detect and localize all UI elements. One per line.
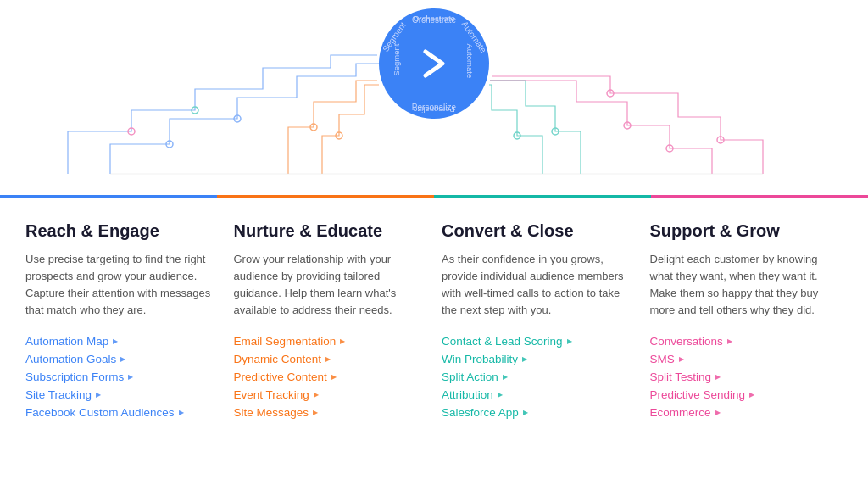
link-predictive-sending[interactable]: Predictive Sending <box>650 388 843 401</box>
reach-links: Automation Map Automation Goals Subscrip… <box>25 335 219 419</box>
divider-support <box>651 195 868 198</box>
link-email-segmentation[interactable]: Email Segmentation <box>234 335 427 348</box>
link-facebook-audiences[interactable]: Facebook Custom Audiences <box>25 406 219 419</box>
divider-reach <box>0 195 217 198</box>
divider-convert <box>434 195 651 198</box>
content-columns: Reach & Engage Use precise targeting to … <box>0 198 868 444</box>
link-split-action[interactable]: Split Action <box>442 371 635 383</box>
center-circle: Segment Orchestrate Automate Personalize <box>379 8 489 119</box>
label-automate: Automate <box>460 20 489 54</box>
convert-desc: As their confidence in you grows, provid… <box>442 251 635 320</box>
link-automation-map[interactable]: Automation Map <box>25 335 219 348</box>
diagram-area: Segment Orchestrate Automate Personalize… <box>0 0 868 195</box>
svg-point-7 <box>552 128 559 135</box>
nurture-links: Email Segmentation Dynamic Content Predi… <box>234 335 427 419</box>
svg-point-5 <box>310 124 317 131</box>
support-links: Conversations SMS Split Testing Predicti… <box>650 335 843 419</box>
chevron-icon <box>415 45 453 82</box>
link-attribution[interactable]: Attribution <box>442 388 635 401</box>
link-event-tracking[interactable]: Event Tracking <box>234 388 427 401</box>
svg-point-8 <box>666 145 673 152</box>
svg-point-4 <box>336 132 342 139</box>
support-desc: Delight each customer by knowing what th… <box>650 251 843 320</box>
link-conversations[interactable]: Conversations <box>650 335 843 348</box>
link-ecommerce[interactable]: Ecommerce <box>650 406 843 419</box>
svg-point-2 <box>128 128 135 135</box>
reach-desc: Use precise targeting to find the right … <box>25 251 219 320</box>
column-reach: Reach & Engage Use precise targeting to … <box>25 221 234 419</box>
svg-point-0 <box>166 141 173 148</box>
column-convert: Convert & Close As their confidence in y… <box>442 221 650 419</box>
page-wrapper: Segment Orchestrate Automate Personalize… <box>0 0 868 444</box>
divider-nurture <box>217 195 434 198</box>
svg-point-1 <box>234 115 241 122</box>
svg-point-9 <box>717 137 724 143</box>
link-predictive-content[interactable]: Predictive Content <box>234 371 427 383</box>
column-nurture: Nurture & Educate Grow your relationship… <box>234 221 442 419</box>
label-segment: Segment <box>381 20 408 53</box>
support-title: Support & Grow <box>650 221 843 241</box>
svg-point-6 <box>514 132 520 139</box>
svg-point-3 <box>192 107 198 114</box>
label-orchestrate: Orchestrate <box>412 15 456 25</box>
link-win-probability[interactable]: Win Probability <box>442 353 635 365</box>
nurture-title: Nurture & Educate <box>234 221 427 241</box>
svg-point-10 <box>624 122 631 129</box>
label-personalize: Personalize <box>412 103 456 112</box>
link-subscription-forms[interactable]: Subscription Forms <box>25 371 219 383</box>
link-dynamic-content[interactable]: Dynamic Content <box>234 353 427 365</box>
link-split-testing[interactable]: Split Testing <box>650 371 843 383</box>
column-support: Support & Grow Delight each customer by … <box>650 221 843 419</box>
link-site-messages[interactable]: Site Messages <box>234 406 427 419</box>
svg-point-11 <box>607 90 614 97</box>
reach-title: Reach & Engage <box>25 221 219 241</box>
convert-title: Convert & Close <box>442 221 635 241</box>
link-automation-goals[interactable]: Automation Goals <box>25 353 219 365</box>
link-lead-scoring[interactable]: Contact & Lead Scoring <box>442 335 635 348</box>
link-salesforce-app[interactable]: Salesforce App <box>442 406 635 419</box>
link-site-tracking[interactable]: Site Tracking <box>25 388 219 401</box>
link-sms[interactable]: SMS <box>650 353 843 365</box>
nurture-desc: Grow your relationship with your audienc… <box>234 251 427 320</box>
divider-lines <box>0 195 868 198</box>
convert-links: Contact & Lead Scoring Win Probability S… <box>442 335 635 419</box>
